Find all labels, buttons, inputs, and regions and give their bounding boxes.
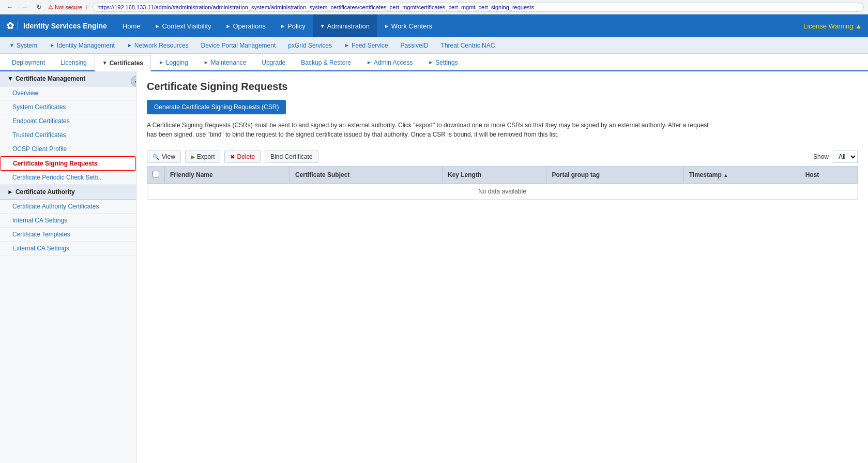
sidebar-item-endpoint-certificates[interactable]: Endpoint Certificates: [0, 114, 136, 128]
subnav1-passiveid[interactable]: PassiveID: [395, 37, 434, 54]
subnav1-pxgrid-services[interactable]: pxGrid Services: [283, 37, 337, 54]
warning-triangle-icon: ⚠: [48, 4, 53, 10]
sidebar-item-trusted-certificates[interactable]: Trusted Certificates: [0, 128, 136, 142]
tab-backup-restore[interactable]: Backup & Restore: [293, 54, 359, 70]
tab-settings[interactable]: ► Settings: [420, 54, 465, 70]
sidebar-item-overview[interactable]: Overview: [0, 86, 136, 100]
tab-logging[interactable]: ► Logging: [151, 54, 196, 70]
license-warning[interactable]: License Warning ▲: [803, 22, 862, 30]
sidebar-item-ocsp-client-profile[interactable]: OCSP Client Profile: [0, 142, 136, 156]
tab-admin-access[interactable]: ► Admin Access: [359, 54, 420, 70]
col-portal-group-tag: Portal group tag: [546, 167, 683, 184]
col-host: Host: [800, 167, 857, 184]
sidebar-item-ca-certificates[interactable]: Certificate Authority Certificates: [0, 200, 136, 214]
col-friendly-name: Friendly Name: [165, 167, 290, 184]
top-nav: Home ► Context Visibility ► Operations ►…: [115, 14, 803, 37]
tab-certificates[interactable]: ▼ Certificates: [95, 55, 151, 71]
sort-icon: ▲: [723, 173, 728, 178]
sidebar-section-certificate-authority[interactable]: ► Certificate Authority: [0, 185, 136, 200]
generate-csr-button[interactable]: Generate Certificate Signing Requests (C…: [147, 100, 286, 114]
sub-nav-2: Deployment Licensing ▼ Certificates ► Lo…: [0, 54, 868, 71]
delete-icon: ✖: [230, 154, 235, 160]
nav-context-visibility[interactable]: ► Context Visibility: [148, 14, 219, 37]
page-title: Certificate Signing Requests: [147, 81, 858, 93]
col-certificate-subject: Certificate Subject: [290, 167, 443, 184]
subnav1-device-portal-management[interactable]: Device Portal Management: [196, 37, 281, 54]
col-key-length: Key Length: [442, 167, 546, 184]
tab-maintenance[interactable]: ► Maintenance: [196, 54, 254, 70]
sidebar-section-certificate-management[interactable]: ▼ Certificate Management: [0, 71, 136, 86]
subnav1-feed-service[interactable]: ► Feed Service: [339, 37, 393, 54]
sidebar-item-certificate-periodic-check[interactable]: Certificate Periodic Check Setti...: [0, 171, 136, 185]
nav-work-centers[interactable]: ► Work Centers: [377, 14, 439, 37]
sidebar-item-certificate-signing-requests[interactable]: Certificate Signing Requests: [0, 156, 136, 171]
app-logo: ✿ Identity Services Engine: [6, 20, 107, 32]
select-all-checkbox[interactable]: [153, 171, 159, 177]
subnav1-network-resources[interactable]: ► Network Resources: [122, 37, 194, 54]
tab-deployment[interactable]: Deployment: [4, 54, 53, 70]
show-select[interactable]: All: [833, 151, 858, 163]
col-timestamp[interactable]: Timestamp ▲: [683, 167, 800, 184]
sidebar: ◀ ▼ Certificate Management Overview Syst…: [0, 71, 136, 463]
subnav1-threat-centric-nac[interactable]: Threat Centric NAC: [436, 37, 500, 54]
forward-button[interactable]: →: [19, 2, 30, 12]
no-data-row: No data available: [147, 184, 858, 200]
sidebar-item-external-ca-settings[interactable]: External CA Settings: [0, 242, 136, 256]
nav-policy[interactable]: ► Policy: [273, 14, 313, 37]
reload-button[interactable]: ↻: [34, 2, 44, 12]
export-icon: ▶: [191, 154, 195, 160]
show-label: Show: [813, 153, 829, 160]
data-table: Friendly Name Certificate Subject Key Le…: [147, 166, 858, 200]
delete-button[interactable]: ✖ Delete: [224, 151, 261, 163]
export-button[interactable]: ▶ Export: [185, 151, 221, 163]
subnav1-system[interactable]: ▼ System: [4, 37, 42, 54]
bind-certificate-button[interactable]: Bind Certificate: [265, 151, 318, 163]
toolbar: 🔍 View ▶ Export ✖ Delete Bind Certificat…: [147, 147, 858, 166]
url-bar[interactable]: https://192.168.133.11/admin/#administra…: [93, 3, 864, 12]
sub-nav-1: ▼ System ► Identity Management ► Network…: [0, 37, 868, 54]
sidebar-item-internal-ca-settings[interactable]: Internal CA Settings: [0, 214, 136, 228]
select-all-column: [147, 167, 165, 184]
app-title: Identity Services Engine: [18, 22, 107, 30]
tab-licensing[interactable]: Licensing: [53, 54, 95, 70]
app-header: ✿ Identity Services Engine Home ► Contex…: [0, 14, 868, 37]
browser-bar: ← → ↻ ⚠ Not secure | https://192.168.133…: [0, 0, 868, 14]
cisco-logo: ✿: [6, 20, 13, 32]
nav-home[interactable]: Home: [115, 14, 148, 37]
search-icon: 🔍: [153, 154, 160, 160]
main-layout: ◀ ▼ Certificate Management Overview Syst…: [0, 71, 868, 463]
sidebar-item-system-certificates[interactable]: System Certificates: [0, 100, 136, 114]
no-data-cell: No data available: [147, 184, 858, 200]
back-button[interactable]: ←: [4, 2, 15, 12]
sidebar-item-certificate-templates[interactable]: Certificate Templates: [0, 228, 136, 242]
not-secure-indicator: ⚠ Not secure |: [48, 4, 88, 10]
subnav1-identity-management[interactable]: ► Identity Management: [44, 37, 120, 54]
content-area: Certificate Signing Requests Generate Ce…: [136, 71, 868, 463]
view-button[interactable]: 🔍 View: [147, 151, 181, 163]
description-text: A Certificate Signing Requests (CSRs) mu…: [147, 121, 715, 139]
nav-operations[interactable]: ► Operations: [219, 14, 273, 37]
tab-upgrade[interactable]: Upgrade: [254, 54, 293, 70]
nav-administration[interactable]: ▼ Administration: [313, 14, 377, 37]
